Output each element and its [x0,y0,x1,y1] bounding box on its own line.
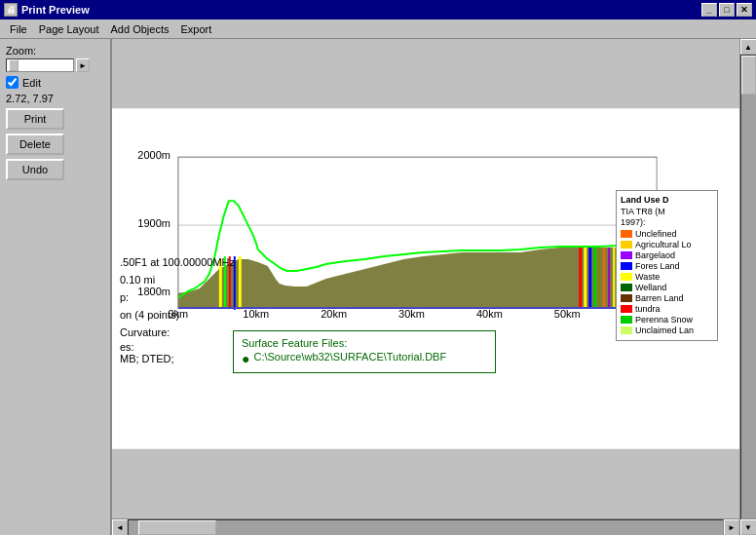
title-bar: 🖨 Print Preview _ □ ✕ [0,0,756,19]
legend-label-6: Barren Land [635,293,684,303]
zoom-slider[interactable]: ► [6,58,104,72]
bullet-icon: ● [242,351,249,366]
scroll-left-button[interactable]: ◄ [112,519,128,536]
legend-color-1 [621,241,632,248]
info-text: .50F1 at 100.00000MHz 0.10 mi p: on (4 p… [120,253,235,341]
svg-rect-24 [598,248,600,308]
legend-color-9 [621,326,632,334]
svg-text:10km: 10km [243,308,269,320]
svg-rect-20 [579,248,582,308]
svg-text:30km: 30km [398,308,425,320]
h-scroll-thumb[interactable] [138,520,216,535]
frequency-line: .50F1 at 100.00000MHz [120,253,235,271]
legend-color-0 [621,230,632,238]
surface-feature-box: Surface Feature Files: ● C:\Source\wb32\… [233,330,496,373]
svg-rect-21 [584,248,586,308]
legend-item-8: Perenna Snow [621,315,713,325]
edit-label: Edit [22,77,41,89]
legend-subtitle: TIA TR8 (M [621,207,713,216]
legend-color-5 [621,284,632,291]
maximize-button[interactable]: □ [719,3,735,17]
left-panel: Zoom: ► Edit 2.72, 7.97 Print Delete Und… [0,39,112,535]
menu-bar: File Page Layout Add Objects Export [0,19,756,39]
legend-label-0: Unclefined [635,229,677,239]
legend-item-4: Waste [621,272,713,282]
p-label: p: [120,288,235,306]
surface-box-title: Surface Feature Files: [242,337,487,349]
svg-text:1900m: 1900m [137,217,170,229]
edit-checkbox[interactable] [6,76,19,89]
minimize-button[interactable]: _ [701,3,717,17]
svg-text:40km: 40km [476,308,503,320]
page-main: 2000m 1900m 1800m 0km 10km 20km 30km 40k… [112,39,739,535]
legend-color-8 [621,316,632,324]
legend-color-3 [621,262,632,270]
files-info: es: MB; DTED; [120,341,174,364]
coordinates-display: 2.72, 7.97 [6,93,104,104]
h-scroll-track[interactable] [128,519,724,536]
files-value: MB; DTED; [120,353,174,364]
menu-add-objects[interactable]: Add Objects [105,21,175,37]
legend-title: Land Use D [621,195,713,205]
zoom-label: Zoom: [6,45,104,57]
legend-label-2: Bargelaod [635,250,675,260]
print-button[interactable]: Print [6,108,64,130]
legend-label-1: Agricultural Lo [635,240,692,249]
slider-track[interactable] [6,58,74,72]
legend-item-3: Fores Land [621,261,713,271]
legend-label-3: Fores Land [635,261,680,271]
svg-text:50km: 50km [554,308,581,320]
slider-thumb[interactable] [9,59,19,71]
vertical-scrollbar[interactable]: ▲ ▼ [739,39,756,535]
points-label: on (4 points) [120,306,235,324]
menu-page-layout[interactable]: Page Layout [33,21,105,37]
legend-item-7: tundra [621,304,713,314]
svg-text:2000m: 2000m [137,149,170,161]
legend-year: 1997): [621,217,713,227]
legend-color-7 [621,305,632,313]
legend-label-5: Welland [635,283,666,292]
page-content: 2000m 1900m 1800m 0km 10km 20km 30km 40k… [112,39,756,535]
zoom-section: Zoom: ► [6,45,104,72]
v-scroll-thumb[interactable] [741,56,756,95]
surface-file-path: C:\Source\wb32\SURFACE\Tutorial.DBF [253,351,446,363]
legend-item-5: Welland [621,283,713,292]
menu-file[interactable]: File [4,21,33,37]
window-icon: 🖨 [4,3,18,17]
legend-label-8: Perenna Snow [635,315,693,325]
legend-label-7: tundra [635,304,661,314]
slider-arrow-right[interactable]: ► [76,58,90,72]
legend-item-0: Unclefined [621,229,713,239]
legend-item-2: Bargelaod [621,250,713,260]
scroll-up-button[interactable]: ▲ [740,39,757,55]
surface-path: ● C:\Source\wb32\SURFACE\Tutorial.DBF [242,351,487,366]
curvature-label: Curvature: [120,324,235,341]
svg-rect-27 [613,248,615,308]
legend-color-2 [621,251,632,259]
svg-text:20km: 20km [321,308,347,320]
svg-rect-23 [593,248,596,308]
scroll-down-button[interactable]: ▼ [740,519,757,535]
legend-item-6: Barren Land [621,293,713,303]
edit-checkbox-row: Edit [6,76,104,89]
legend-label-4: Waste [635,272,660,282]
main-layout: Zoom: ► Edit 2.72, 7.97 Print Delete Und… [0,39,756,535]
scroll-content[interactable]: 2000m 1900m 1800m 0km 10km 20km 30km 40k… [112,39,739,518]
undo-button[interactable]: Undo [6,159,64,180]
v-scroll-track[interactable] [740,55,757,519]
legend-item-1: Agricultural Lo [621,240,713,249]
legend-box: Land Use D TIA TR8 (M 1997): Unclefined … [616,190,718,341]
svg-rect-19 [239,256,242,310]
menu-export[interactable]: Export [174,21,217,37]
close-button[interactable]: ✕ [737,3,752,17]
horizontal-scrollbar[interactable]: ◄ ► [112,518,739,535]
delete-button[interactable]: Delete [6,134,64,155]
scroll-right-button[interactable]: ► [724,519,739,536]
distance-line: 0.10 mi [120,271,235,288]
legend-color-4 [621,273,632,281]
files-label: es: [120,341,174,353]
window-title: Print Preview [21,4,90,16]
svg-rect-22 [588,248,591,308]
svg-rect-26 [608,248,610,308]
legend-color-6 [621,294,632,302]
